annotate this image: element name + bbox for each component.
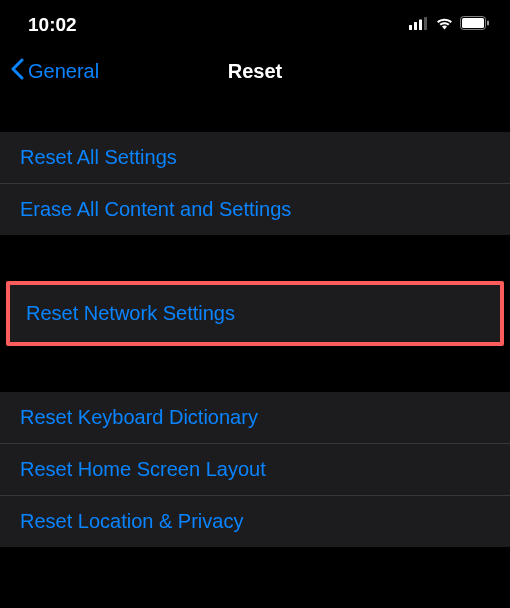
cellular-icon <box>409 16 429 34</box>
status-time: 10:02 <box>28 14 77 36</box>
svg-rect-6 <box>487 21 489 26</box>
svg-rect-5 <box>462 18 484 28</box>
svg-rect-0 <box>409 25 412 30</box>
reset-group-2: Reset Keyboard Dictionary Reset Home Scr… <box>0 392 510 547</box>
status-bar: 10:02 <box>0 0 510 44</box>
wifi-icon <box>435 16 454 34</box>
battery-icon <box>460 16 490 34</box>
reset-network-settings-item[interactable]: Reset Network Settings <box>6 281 504 346</box>
spacer <box>0 235 510 281</box>
spacer <box>0 346 510 392</box>
erase-all-content-item[interactable]: Erase All Content and Settings <box>0 184 510 235</box>
reset-group-1: Reset All Settings Erase All Content and… <box>0 132 510 235</box>
back-label: General <box>28 60 99 83</box>
page-title: Reset <box>228 60 282 83</box>
reset-location-privacy-item[interactable]: Reset Location & Privacy <box>0 496 510 547</box>
reset-home-screen-item[interactable]: Reset Home Screen Layout <box>0 444 510 496</box>
reset-all-settings-item[interactable]: Reset All Settings <box>0 132 510 184</box>
back-button[interactable]: General <box>10 58 99 85</box>
spacer <box>0 98 510 132</box>
svg-rect-3 <box>424 17 427 30</box>
navigation-bar: General Reset <box>0 44 510 98</box>
chevron-left-icon <box>10 58 24 85</box>
highlighted-wrapper: Reset Network Settings <box>0 281 510 346</box>
status-icons <box>409 16 490 34</box>
svg-rect-1 <box>414 22 417 30</box>
svg-rect-2 <box>419 20 422 31</box>
reset-keyboard-dictionary-item[interactable]: Reset Keyboard Dictionary <box>0 392 510 444</box>
